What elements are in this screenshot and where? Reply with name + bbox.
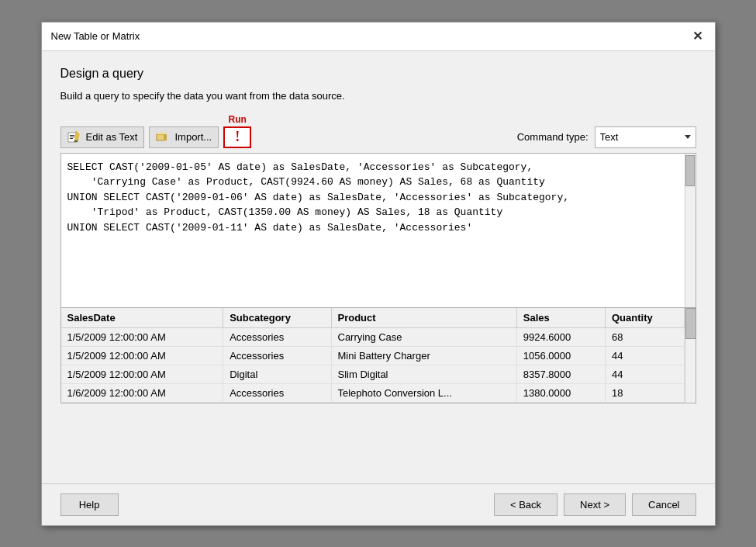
command-type-label: Command type: xyxy=(517,131,589,143)
run-button[interactable]: ! xyxy=(223,126,251,148)
table-cell: 18 xyxy=(605,383,684,402)
run-icon: ! xyxy=(235,129,240,145)
table-cell: 1/5/2009 12:00:00 AM xyxy=(61,346,223,365)
results-table-body: 1/5/2009 12:00:00 AMAccessoriesCarrying … xyxy=(61,327,685,402)
table-cell: 8357.8000 xyxy=(516,365,605,383)
query-editor[interactable]: SELECT CAST('2009-01-05' AS date) as Sal… xyxy=(61,154,685,307)
results-table-wrapper: SalesDate Subcategory Product Sales Quan… xyxy=(60,308,696,403)
description-text: Build a query to specify the data you wa… xyxy=(60,90,696,102)
run-label-text: Run xyxy=(228,114,246,125)
svg-rect-3 xyxy=(70,138,73,139)
table-cell: 68 xyxy=(605,327,684,346)
table-cell: 1056.0000 xyxy=(516,346,605,365)
col-header-sales: Sales xyxy=(516,308,605,328)
import-button[interactable]: Import... xyxy=(149,126,219,148)
import-icon-svg xyxy=(156,131,168,144)
edit-as-text-label: Edit as Text xyxy=(86,131,138,143)
table-cell: Carrying Case xyxy=(331,327,516,346)
close-button[interactable]: ✕ xyxy=(690,29,706,44)
results-header-row: SalesDate Subcategory Product Sales Quan… xyxy=(61,308,685,328)
cancel-button[interactable]: Cancel xyxy=(632,493,696,516)
table-row: 1/5/2009 12:00:00 AMDigitalSlim Digital8… xyxy=(61,365,685,383)
svg-rect-7 xyxy=(157,134,164,140)
results-table-header: SalesDate Subcategory Product Sales Quan… xyxy=(61,308,685,328)
table-cell: 1380.0000 xyxy=(516,383,605,402)
table-cell: 1/5/2009 12:00:00 AM xyxy=(61,365,223,383)
table-cell: 44 xyxy=(605,346,684,365)
edit-as-text-button[interactable]: Edit as Text xyxy=(60,126,145,148)
table-cell: 44 xyxy=(605,365,684,383)
query-editor-scrollbar xyxy=(685,154,696,307)
results-scroll-area: SalesDate Subcategory Product Sales Quan… xyxy=(61,308,685,403)
svg-rect-6 xyxy=(74,140,78,142)
query-editor-wrapper: SELECT CAST('2009-01-05' AS date) as Sal… xyxy=(60,153,696,308)
next-button[interactable]: Next > xyxy=(564,493,626,516)
table-cell: Slim Digital xyxy=(331,365,516,383)
table-cell: Accessories xyxy=(223,346,331,365)
table-cell: Digital xyxy=(223,365,331,383)
table-cell: Accessories xyxy=(223,383,331,402)
dialog-title: New Table or Matrix xyxy=(51,30,140,42)
table-row: 1/5/2009 12:00:00 AMAccessoriesMini Batt… xyxy=(61,346,685,365)
dialog: New Table or Matrix ✕ Design a query Bui… xyxy=(41,22,716,526)
results-scrollbar-thumb[interactable] xyxy=(685,308,696,339)
results-scrollbar xyxy=(685,308,696,403)
col-header-subcategory: Subcategory xyxy=(223,308,331,328)
import-label: Import... xyxy=(174,131,212,143)
table-cell: Accessories xyxy=(223,327,331,346)
run-button-area: Run ! xyxy=(223,114,251,148)
edit-icon-svg xyxy=(67,131,80,144)
svg-marker-8 xyxy=(164,134,167,140)
col-header-salesdate: SalesDate xyxy=(61,308,223,328)
help-button[interactable]: Help xyxy=(60,493,119,516)
table-cell: Mini Battery Charger xyxy=(331,346,516,365)
query-editor-scrollbar-thumb[interactable] xyxy=(685,155,695,186)
footer-right-buttons: < Back Next > Cancel xyxy=(494,493,696,516)
table-cell: 1/5/2009 12:00:00 AM xyxy=(61,327,223,346)
col-header-quantity: Quantity xyxy=(605,308,684,328)
toolbar: Edit as Text Import... Run ! xyxy=(60,114,696,148)
command-type-area: Command type: Text StoredProcedure Table… xyxy=(517,126,696,148)
results-table: SalesDate Subcategory Product Sales Quan… xyxy=(61,308,685,403)
command-type-select[interactable]: Text StoredProcedure TableDirect xyxy=(595,126,696,148)
col-header-product: Product xyxy=(331,308,516,328)
edit-as-text-icon xyxy=(67,131,80,144)
svg-rect-2 xyxy=(70,137,74,137)
back-button[interactable]: < Back xyxy=(494,493,558,516)
table-cell: Telephoto Conversion L... xyxy=(331,383,516,402)
footer: Help < Back Next > Cancel xyxy=(42,483,715,525)
table-row: 1/6/2009 12:00:00 AMAccessoriesTelephoto… xyxy=(61,383,685,402)
content-area: Design a query Build a query to specify … xyxy=(42,51,715,483)
title-bar: New Table or Matrix ✕ xyxy=(42,23,715,51)
svg-rect-1 xyxy=(70,135,74,136)
svg-marker-9 xyxy=(157,132,164,134)
table-row: 1/5/2009 12:00:00 AMAccessoriesCarrying … xyxy=(61,327,685,346)
table-cell: 1/6/2009 12:00:00 AM xyxy=(61,383,223,402)
section-title: Design a query xyxy=(60,67,696,81)
table-cell: 9924.6000 xyxy=(516,327,605,346)
import-icon xyxy=(156,131,168,144)
